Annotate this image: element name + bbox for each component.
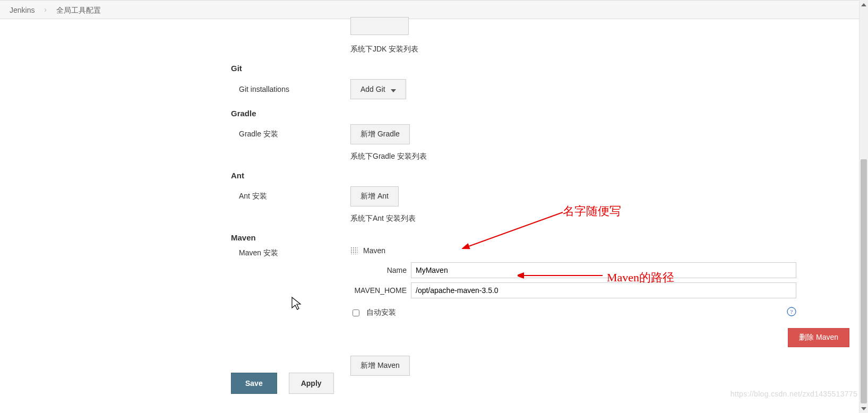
add-git-button[interactable]: Add Git (350, 79, 406, 99)
breadcrumb: Jenkins › 全局工具配置 (0, 0, 868, 19)
section-heading-git: Git (231, 64, 868, 73)
ant-install-label: Ant 安装 (231, 192, 345, 201)
vertical-scrollbar[interactable] (859, 0, 868, 413)
maven-home-input[interactable] (411, 282, 796, 298)
section-heading-gradle: Gradle (231, 109, 868, 118)
breadcrumb-root[interactable]: Jenkins (10, 6, 35, 14)
caret-down-icon (391, 85, 396, 93)
scrollbar-thumb[interactable] (861, 159, 867, 403)
add-gradle-button-label: 新增 Gradle (360, 130, 400, 139)
maven-install-label: Maven 安装 (231, 248, 345, 258)
watermark-text: https://blog.csdn.net/zxd1435513775 (731, 390, 857, 398)
help-icon[interactable]: ? (787, 307, 796, 319)
add-maven-button[interactable]: 新增 Maven (350, 356, 410, 376)
git-installations-label: Git installations (231, 85, 345, 93)
scrollbar-down-icon[interactable] (860, 404, 868, 413)
breadcrumb-current[interactable]: 全局工具配置 (56, 6, 101, 14)
maven-name-input[interactable] (411, 262, 796, 278)
drag-handle-icon[interactable] (350, 247, 358, 254)
auto-install-label: 自动安装 (366, 308, 396, 317)
add-git-button-label: Add Git (360, 85, 385, 93)
ant-list-hint: 系统下Ant 安装列表 (350, 214, 868, 223)
add-maven-button-label: 新增 Maven (360, 361, 400, 371)
maven-home-label: MAVEN_HOME (350, 286, 411, 295)
maven-name-label: Name (350, 266, 411, 274)
add-ant-button-label: 新增 Ant (360, 192, 389, 201)
gradle-install-label: Gradle 安装 (231, 130, 345, 139)
add-gradle-button[interactable]: 新增 Gradle (350, 124, 410, 144)
chevron-right-icon: › (44, 0, 47, 19)
section-heading-maven: Maven (231, 233, 868, 242)
section-heading-ant: Ant (231, 171, 868, 180)
apply-button[interactable]: Apply (289, 373, 334, 394)
add-ant-button[interactable]: 新增 Ant (350, 186, 399, 206)
delete-maven-button[interactable]: 删除 Maven (788, 328, 849, 347)
maven-item-title: Maven (363, 246, 385, 255)
jdk-list-hint: 系统下JDK 安装列表 (350, 45, 868, 54)
auto-install-checkbox[interactable] (353, 309, 359, 316)
save-button[interactable]: Save (231, 373, 277, 394)
scrollbar-up-icon[interactable] (860, 0, 868, 9)
svg-text:?: ? (790, 308, 793, 315)
gradle-list-hint: 系统下Gradle 安装列表 (350, 152, 868, 161)
jdk-button-placeholder[interactable] (350, 17, 409, 35)
